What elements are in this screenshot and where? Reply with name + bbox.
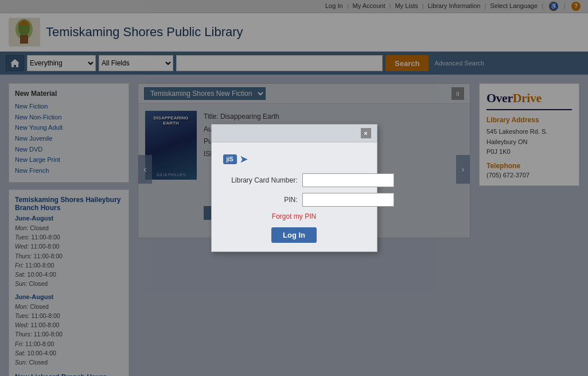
card-number-label: Library Card Number: xyxy=(223,176,298,184)
modal-close-button[interactable]: × xyxy=(361,128,371,138)
modal-body: jiS ➤ Library Card Number: PIN: Forgot m… xyxy=(212,142,377,251)
jisc-logo: jiS ➤ xyxy=(223,154,365,165)
card-number-row: Library Card Number: xyxy=(223,173,365,187)
pin-label: PIN: xyxy=(223,196,298,204)
modal-header: × xyxy=(212,125,377,142)
modal-overlay[interactable]: × jiS ➤ Library Card Number: PIN: Forgot… xyxy=(0,0,588,376)
login-modal: × jiS ➤ Library Card Number: PIN: Forgot… xyxy=(211,124,377,252)
jisc-arrow: ➤ xyxy=(240,154,247,165)
login-button[interactable]: Log In xyxy=(271,227,317,243)
pin-input[interactable] xyxy=(302,193,394,207)
forgot-pin-link[interactable]: Forgot my PIN xyxy=(223,212,365,220)
card-number-input[interactable] xyxy=(302,173,394,187)
jisc-badge: jiS xyxy=(223,154,237,164)
pin-row: PIN: xyxy=(223,193,365,207)
